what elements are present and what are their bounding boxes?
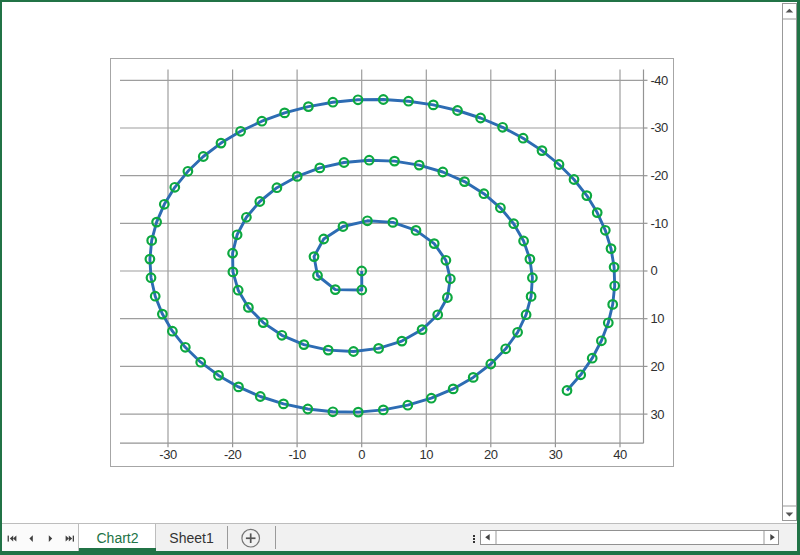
svg-text:-40: -40 xyxy=(651,73,669,88)
svg-text:-30: -30 xyxy=(651,120,669,135)
svg-text:40: 40 xyxy=(613,447,627,462)
svg-text:-20: -20 xyxy=(651,168,669,183)
svg-text:-20: -20 xyxy=(224,447,242,462)
svg-text:0: 0 xyxy=(651,263,658,278)
svg-text:0: 0 xyxy=(358,447,365,462)
svg-text:-10: -10 xyxy=(288,447,306,462)
svg-text:20: 20 xyxy=(651,359,665,374)
svg-text:10: 10 xyxy=(420,447,434,462)
svg-text:10: 10 xyxy=(651,311,665,326)
svg-text:20: 20 xyxy=(484,447,498,462)
svg-text:-30: -30 xyxy=(159,447,177,462)
svg-text:30: 30 xyxy=(651,407,665,422)
svg-text:30: 30 xyxy=(549,447,563,462)
svg-text:-10: -10 xyxy=(651,216,669,231)
